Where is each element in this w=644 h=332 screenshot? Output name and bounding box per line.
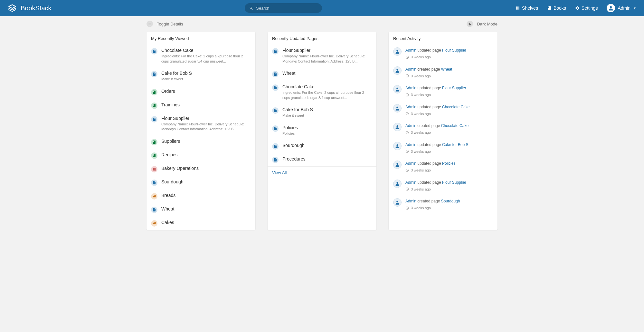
- search-icon: [249, 6, 253, 10]
- activity-action: updated page: [416, 180, 442, 185]
- recent-activity-card: Recent Activity Admin updated page Flour…: [389, 32, 497, 230]
- list-item[interactable]: Cakes: [147, 216, 255, 230]
- list-item[interactable]: Cake for Bob SMake it sweet: [268, 103, 376, 122]
- activity-user-link[interactable]: Admin: [405, 67, 416, 72]
- books-icon: [547, 6, 552, 10]
- nav-settings[interactable]: Settings: [575, 5, 598, 11]
- activity-avatar: [393, 104, 402, 112]
- moon-icon: [467, 21, 473, 27]
- shelves-icon: [516, 6, 520, 10]
- clock-icon: [405, 55, 409, 59]
- list-item[interactable]: Orders: [147, 85, 255, 99]
- svg-point-3: [396, 69, 398, 70]
- activity-user-link[interactable]: Admin: [405, 142, 416, 147]
- svg-point-15: [396, 182, 398, 183]
- item-title: Chocolate Cake: [282, 84, 372, 90]
- activity-time: 3 weeks ago: [405, 54, 493, 60]
- view-all-link[interactable]: View All: [272, 170, 287, 175]
- toggle-details-button[interactable]: Toggle Details: [147, 21, 183, 27]
- recently-viewed-card: My Recently Viewed Chocolate CakeIngredi…: [147, 32, 255, 230]
- page-icon: [272, 125, 279, 132]
- activity-user-link[interactable]: Admin: [405, 161, 416, 166]
- activity-action: updated page: [416, 161, 442, 166]
- page-icon: [151, 71, 157, 77]
- activity-user-link[interactable]: Admin: [405, 48, 416, 53]
- list-item[interactable]: Wheat: [268, 67, 376, 81]
- item-title: Wheat: [161, 206, 251, 212]
- search-box[interactable]: [245, 3, 322, 13]
- item-desc: Company Name: FlourPower Inc. Delivery S…: [161, 122, 251, 132]
- list-item[interactable]: Bakery Operations: [147, 162, 255, 176]
- logo[interactable]: BookStack: [8, 4, 52, 13]
- recent-activity-title: Recent Activity: [389, 32, 497, 44]
- list-item[interactable]: Chocolate CakeIngredients: For the Cake:…: [147, 44, 255, 67]
- activity-user-link[interactable]: Admin: [405, 86, 416, 90]
- list-item[interactable]: Sourdough: [147, 176, 255, 189]
- activity-action: updated page: [416, 105, 442, 109]
- activity-row: Admin created page Chocolate Cake3 weeks…: [389, 120, 497, 139]
- activity-user-link[interactable]: Admin: [405, 199, 416, 203]
- toggle-details-icon: [147, 21, 153, 27]
- page-icon: [151, 48, 157, 54]
- item-desc: Make it sweet: [282, 113, 372, 118]
- activity-time: 3 weeks ago: [405, 92, 493, 98]
- list-item[interactable]: Flour SupplierCompany Name: FlourPower I…: [268, 44, 376, 67]
- clock-icon: [405, 187, 409, 191]
- activity-target-link[interactable]: Cake for Bob S: [442, 142, 468, 147]
- svg-point-0: [610, 6, 612, 8]
- activity-target-link[interactable]: Sourdough: [441, 199, 460, 203]
- bookstack-logo-icon: [8, 4, 17, 13]
- activity-target-link[interactable]: Flour Supplier: [442, 86, 466, 90]
- list-item[interactable]: Wheat: [147, 203, 255, 216]
- activity-target-link[interactable]: Flour Supplier: [442, 180, 466, 185]
- activity-time: 3 weeks ago: [405, 149, 493, 154]
- activity-target-link[interactable]: Chocolate Cake: [441, 123, 469, 128]
- list-item[interactable]: Procedures: [268, 153, 376, 166]
- activity-user-link[interactable]: Admin: [405, 123, 416, 128]
- clock-icon: [405, 93, 409, 97]
- page-icon: [151, 116, 157, 122]
- clock-icon: [405, 206, 409, 210]
- item-title: Trainings: [161, 102, 251, 108]
- list-item[interactable]: Chocolate CakeIngredients: For the Cake:…: [268, 81, 376, 103]
- activity-action: created page: [416, 67, 441, 72]
- activity-user-link[interactable]: Admin: [405, 180, 416, 185]
- item-title: Sourdough: [282, 142, 372, 148]
- list-item[interactable]: PoliciesPolicies: [268, 122, 376, 140]
- svg-point-7: [396, 106, 398, 108]
- page-icon: [151, 207, 157, 213]
- list-item[interactable]: Suppliers: [147, 135, 255, 149]
- item-desc: Make it sweet: [161, 77, 251, 82]
- user-menu[interactable]: Admin ▼: [607, 4, 636, 12]
- activity-target-link[interactable]: Flour Supplier: [442, 48, 466, 53]
- chevron-down-icon: ▼: [633, 6, 636, 10]
- activity-target-link[interactable]: Wheat: [441, 67, 452, 72]
- list-item[interactable]: Trainings: [147, 99, 255, 112]
- book-icon: [151, 89, 157, 95]
- nav-books[interactable]: Books: [547, 5, 566, 11]
- activity-action: created page: [416, 199, 441, 203]
- list-item[interactable]: Flour SupplierCompany Name: FlourPower I…: [147, 112, 255, 135]
- recently-viewed-title: My Recently Viewed: [147, 32, 255, 44]
- svg-point-1: [396, 50, 398, 52]
- nav-shelves[interactable]: Shelves: [516, 5, 538, 11]
- item-title: Recipes: [161, 152, 251, 158]
- page-icon: [272, 84, 279, 91]
- item-title: Cake for Bob S: [161, 70, 251, 76]
- activity-target-link[interactable]: Chocolate Cake: [442, 105, 469, 109]
- page-icon: [151, 180, 157, 186]
- list-item[interactable]: Sourdough: [268, 139, 376, 153]
- page-icon: [272, 48, 279, 54]
- clock-icon: [405, 112, 409, 115]
- list-item[interactable]: Cake for Bob SMake it sweet: [147, 67, 255, 85]
- list-item[interactable]: Breads: [147, 189, 255, 203]
- activity-action: created page: [416, 123, 441, 128]
- activity-target-link[interactable]: Policies: [442, 161, 455, 166]
- search-input[interactable]: [256, 6, 317, 11]
- activity-avatar: [393, 47, 402, 56]
- activity-avatar: [393, 66, 402, 75]
- user-name: Admin: [618, 5, 630, 11]
- dark-mode-button[interactable]: Dark Mode: [467, 21, 497, 27]
- list-item[interactable]: Recipes: [147, 149, 255, 162]
- activity-user-link[interactable]: Admin: [405, 105, 416, 109]
